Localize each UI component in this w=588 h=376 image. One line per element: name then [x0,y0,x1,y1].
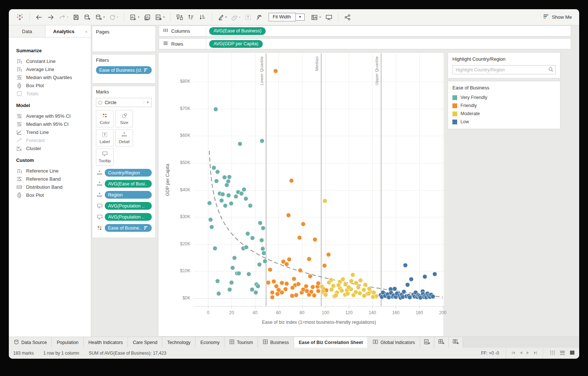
sidebar-item-reference-band[interactable]: Reference Band [16,175,91,183]
duplicate-sheet-button[interactable] [142,13,153,22]
scatter-point[interactable] [279,280,284,285]
sidebar-collapse-button[interactable]: ‹ [82,25,91,37]
scatter-point[interactable] [306,257,311,262]
clear-sheet-button[interactable]: ▾ [153,13,166,22]
tooltip-button[interactable]: Tooltip [96,148,114,166]
scatter-point[interactable] [272,279,276,284]
back-button[interactable] [33,13,44,22]
scatter-point[interactable] [253,290,258,295]
field-pill[interactable]: AVG(Ease of Business) [209,27,266,35]
field-pill[interactable]: Region [105,191,152,199]
scatter-point[interactable] [213,246,218,251]
scatter-point[interactable] [405,283,410,287]
scatter-point[interactable] [341,277,345,282]
swap-axes-button[interactable] [174,13,185,22]
scatter-point[interactable] [354,280,358,285]
show-mark-labels-button[interactable] [243,13,253,22]
scatter-point[interactable] [215,169,220,174]
legend-item-low[interactable]: Low [452,119,556,124]
scatter-point[interactable] [422,274,427,279]
scatter-point[interactable] [260,139,265,143]
scatter-point[interactable] [310,285,315,290]
sheet-tab-technology[interactable]: Technology [162,337,196,348]
scatter-point[interactable] [234,194,239,199]
sheet-tab-population[interactable]: Population [52,337,83,348]
scatter-point[interactable] [209,224,214,229]
field-pill[interactable]: AVG(Population .. [105,202,152,210]
sidebar-item-distribution-band[interactable]: Distribution Band [16,183,91,191]
scatter-point[interactable] [358,278,363,283]
scatter-point[interactable] [275,292,280,297]
scatter-point[interactable] [301,222,305,227]
scatter-point[interactable] [284,262,289,267]
scatter-point[interactable] [263,259,268,264]
show-hide-cards-button[interactable]: ▾ [309,13,323,22]
sidebar-item-reference-line[interactable]: Reference Line [16,167,91,175]
pause-updates-button[interactable]: ▾ [93,13,107,22]
previous-page-icon[interactable] [519,351,523,356]
sort-ascending-button[interactable] [186,13,197,22]
sheet-tab-economy[interactable]: Economy [196,337,225,348]
scatter-point[interactable] [312,237,317,242]
label-button[interactable]: Label [96,129,114,146]
sheet-tab-tourism[interactable]: Tourism [225,337,258,348]
scatter-point[interactable] [268,267,272,272]
save-button[interactable] [71,13,81,22]
scatter-point[interactable] [239,191,244,196]
scatter-point[interactable] [214,178,219,183]
scatter-point[interactable] [340,288,344,293]
scatter-point[interactable] [297,235,302,240]
legend-item-friendly[interactable]: Friendly [452,103,556,108]
scatter-point[interactable] [280,290,284,295]
scatter-point[interactable] [322,263,327,268]
scatter-point[interactable] [316,289,320,294]
scatter-point[interactable] [291,276,296,281]
sheet-tab-data-source[interactable]: Data Source [9,337,52,348]
scatter-point[interactable] [345,291,350,296]
scatter-point[interactable] [362,293,366,298]
presentation-mode-button[interactable] [323,13,334,22]
scatter-point[interactable] [270,290,275,295]
sheet-tab-health-indicators[interactable]: Health Indicators [84,337,128,348]
scatter-point[interactable] [351,272,355,277]
full-view-icon[interactable] [570,350,575,356]
redo-button[interactable]: ▾ [57,13,70,22]
legend-item-moderate[interactable]: Moderate [452,111,556,116]
sheet-tab-ease-of-biz-correlation-sheet[interactable]: Ease of Biz Correlation Sheet [294,337,368,348]
scatter-point[interactable] [329,287,334,292]
scatter-point[interactable] [237,141,242,146]
scatter-point[interactable] [232,256,237,260]
scatter-point[interactable] [296,281,301,286]
tableau-logo-icon[interactable] [14,12,26,23]
scatter-point[interactable] [326,252,331,257]
scatter-point[interactable] [367,287,372,291]
scatter-point[interactable] [258,221,263,226]
new-story-button[interactable] [449,337,463,348]
scatter-point[interactable] [214,107,218,112]
new-dashboard-button[interactable] [434,337,449,348]
scatter-point[interactable] [223,203,227,208]
forward-button[interactable] [45,13,56,22]
sort-descending-button[interactable] [197,13,208,22]
scatter-point[interactable] [334,293,338,298]
field-pill[interactable]: AVG(Population .. [105,213,152,221]
scatter-point[interactable] [230,265,235,270]
scatter-point[interactable] [216,291,221,296]
scatter-point[interactable] [261,226,266,230]
scatter-point[interactable] [298,268,302,273]
scatter-point[interactable] [349,279,354,283]
fit-mode-value[interactable]: Fit Width [269,13,296,21]
new-data-source-button[interactable] [82,13,93,22]
group-members-button[interactable]: ▾ [229,13,242,22]
fit-mode-select[interactable]: Fit Width ▼ [269,13,305,21]
first-page-icon[interactable] [511,351,516,356]
scatter-point[interactable] [287,257,291,262]
show-me-button[interactable]: Show Me [543,14,574,21]
scatter-point[interactable] [247,272,251,276]
new-worksheet-tab-button[interactable] [420,337,434,348]
sidebar-item-trend-line[interactable]: Trend Line [16,128,91,136]
scatter-point[interactable] [250,235,255,240]
grid-view-icon[interactable] [550,350,555,356]
field-pill[interactable]: AVG(GDP per Capita) [209,40,263,48]
scatter-point[interactable] [301,287,305,292]
